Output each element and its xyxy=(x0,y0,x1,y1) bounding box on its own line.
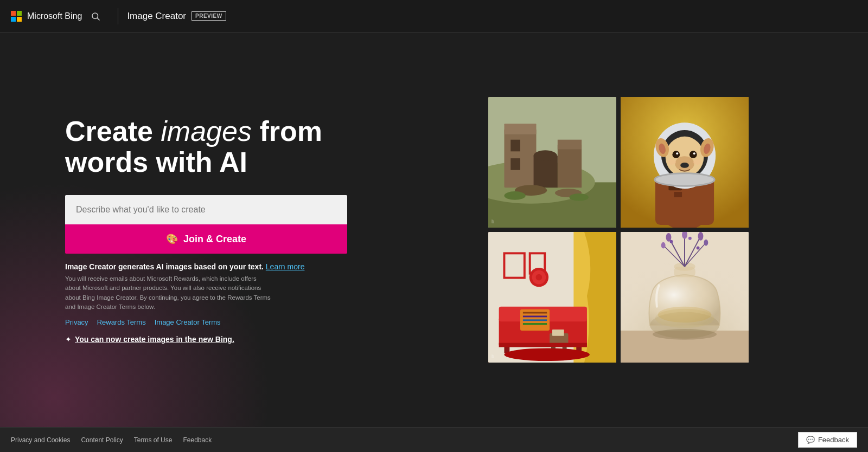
svg-point-32 xyxy=(690,151,697,158)
room-overlay xyxy=(488,232,616,363)
footer-terms-link[interactable]: Terms of Use xyxy=(134,436,173,444)
right-panel: b xyxy=(380,33,868,427)
disclaimer-main: Image Creator generates AI images based … xyxy=(65,262,347,271)
terms-privacy-link[interactable]: Privacy xyxy=(65,318,88,326)
vase-overlay xyxy=(621,232,749,363)
nav-divider xyxy=(118,8,118,24)
product-name: Image Creator xyxy=(127,11,186,22)
ms-logo-cell-4 xyxy=(17,17,22,22)
svg-rect-51 xyxy=(523,315,547,317)
image-watermark-3: b xyxy=(492,354,494,359)
svg-point-41 xyxy=(668,159,676,165)
svg-point-33 xyxy=(676,152,678,154)
svg-point-85 xyxy=(658,307,711,323)
footer-feedback-link[interactable]: Feedback xyxy=(183,436,212,444)
search-button[interactable] xyxy=(91,11,100,21)
svg-point-30 xyxy=(680,163,689,168)
svg-point-0 xyxy=(92,13,98,19)
footer-content-policy-link[interactable]: Content Policy xyxy=(81,436,123,444)
navbar: Microsoft Bing Image Creator PREVIEW xyxy=(0,0,868,33)
microsoft-logo xyxy=(11,11,22,22)
ruins-overlay xyxy=(488,97,616,228)
image-ruins: b xyxy=(488,97,616,228)
terms-image-creator-link[interactable]: Image Creator Terms xyxy=(155,318,221,326)
image-vase xyxy=(621,232,749,363)
svg-rect-63 xyxy=(499,343,587,347)
dog-astronaut-svg xyxy=(621,97,749,228)
image-dog-astronaut xyxy=(621,97,749,228)
ruins-svg xyxy=(488,97,616,228)
ms-logo-cell-1 xyxy=(11,11,16,16)
image-watermark-1: b xyxy=(492,219,494,224)
svg-point-62 xyxy=(536,274,542,281)
brand-logo[interactable]: Microsoft Bing xyxy=(11,11,82,22)
svg-rect-52 xyxy=(523,319,547,321)
product-title-area: Image Creator PREVIEW xyxy=(127,11,226,22)
footer-links: Privacy and Cookies Content Policy Terms… xyxy=(11,436,212,444)
svg-point-86 xyxy=(653,329,717,340)
brand-name: Microsoft Bing xyxy=(27,11,82,21)
svg-point-81 xyxy=(704,240,708,246)
left-panel: Create images fromwords with AI 🎨 Join &… xyxy=(0,33,380,427)
svg-point-42 xyxy=(693,159,702,165)
svg-rect-17 xyxy=(488,97,616,228)
learn-more-link[interactable]: Learn more xyxy=(266,262,305,271)
prompt-input[interactable] xyxy=(65,195,347,224)
feedback-button[interactable]: 💬 Feedback xyxy=(798,432,857,448)
ms-logo-cell-2 xyxy=(17,11,22,16)
svg-rect-50 xyxy=(523,312,547,314)
feedback-icon: 💬 xyxy=(806,436,815,444)
sparkle-icon: ✦ xyxy=(65,335,72,344)
create-icon: 🎨 xyxy=(166,233,178,245)
headline-create: Create xyxy=(65,115,161,147)
svg-point-82 xyxy=(669,240,673,243)
svg-point-31 xyxy=(672,151,680,158)
new-bing-area: ✦ You can now create images in the new B… xyxy=(65,335,347,344)
vase-svg xyxy=(621,232,749,363)
svg-point-83 xyxy=(688,237,692,240)
disclaimer-bold: Image Creator generates AI images based … xyxy=(65,262,264,271)
search-icon xyxy=(91,11,100,21)
feedback-label: Feedback xyxy=(818,436,849,444)
terms-links: Privacy Rewards Terms Image Creator Term… xyxy=(65,318,347,326)
svg-point-80 xyxy=(661,242,666,249)
main-content: Create images fromwords with AI 🎨 Join &… xyxy=(0,33,868,427)
headline-images: images xyxy=(161,115,252,147)
svg-rect-53 xyxy=(523,323,547,325)
room-svg xyxy=(488,232,616,363)
prompt-form: 🎨 Join & Create xyxy=(65,195,347,254)
disclaimer-small: You will receive emails about Microsoft … xyxy=(65,274,271,312)
svg-rect-57 xyxy=(552,330,564,336)
dog-svg-container xyxy=(621,97,749,228)
preview-badge: PREVIEW xyxy=(192,11,226,21)
image-room: b xyxy=(488,232,616,363)
svg-rect-24 xyxy=(674,192,682,197)
join-create-label: Join & Create xyxy=(183,234,246,245)
new-bing-link[interactable]: You can now create images in the new Bin… xyxy=(75,335,234,344)
image-grid: b xyxy=(488,97,749,363)
svg-point-79 xyxy=(698,232,704,241)
hero-headline: Create images fromwords with AI xyxy=(65,116,347,178)
svg-point-34 xyxy=(693,152,695,154)
footer: Privacy and Cookies Content Policy Terms… xyxy=(0,427,868,452)
terms-rewards-link[interactable]: Rewards Terms xyxy=(97,318,146,326)
join-create-button[interactable]: 🎨 Join & Create xyxy=(65,224,347,254)
ms-logo-cell-3 xyxy=(11,17,16,22)
svg-point-64 xyxy=(504,348,589,361)
svg-line-1 xyxy=(98,18,100,20)
svg-point-84 xyxy=(697,247,700,250)
footer-privacy-link[interactable]: Privacy and Cookies xyxy=(11,436,70,444)
